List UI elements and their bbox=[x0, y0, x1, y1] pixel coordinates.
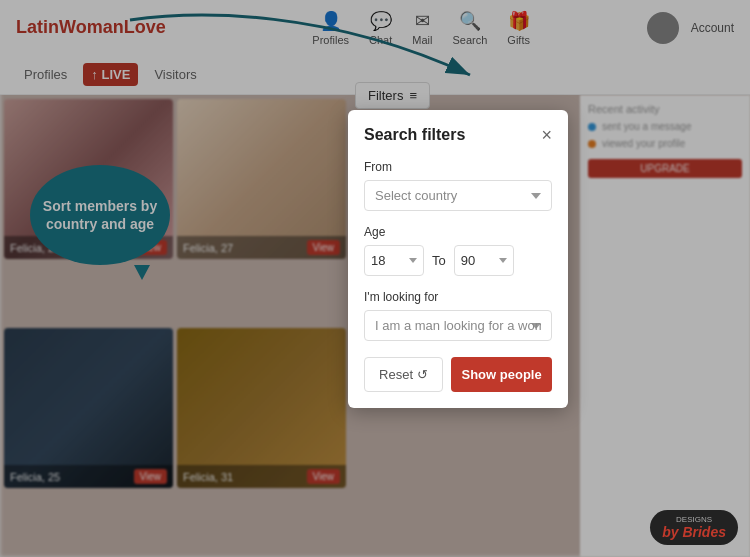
reset-button[interactable]: Reset ↺ bbox=[364, 357, 443, 392]
age-min-select[interactable]: 18 20 25 30 bbox=[364, 245, 424, 276]
country-select[interactable]: Select country United States Brazil Mexi… bbox=[364, 180, 552, 211]
reset-icon: ↺ bbox=[417, 367, 428, 382]
looking-for-label: I'm looking for bbox=[364, 290, 552, 304]
watermark: DESIGNS by Brides bbox=[650, 510, 738, 545]
modal-title: Search filters bbox=[364, 126, 465, 144]
age-label: Age bbox=[364, 225, 552, 239]
looking-for-field-group: I'm looking for I am a man looking for a… bbox=[364, 290, 552, 341]
watermark-top: DESIGNS bbox=[662, 515, 726, 524]
search-filters-modal: Search filters × From Select country Uni… bbox=[348, 110, 568, 408]
age-field-group: Age 18 20 25 30 To 90 80 70 60 bbox=[364, 225, 552, 276]
age-to-label: To bbox=[432, 253, 446, 268]
from-field-group: From Select country United States Brazil… bbox=[364, 160, 552, 211]
show-people-button[interactable]: Show people bbox=[451, 357, 552, 392]
watermark-bottom: by Brides bbox=[662, 524, 726, 540]
modal-footer: Reset ↺ Show people bbox=[364, 357, 552, 392]
watermark-prefix: by bbox=[662, 524, 682, 540]
watermark-brand: Brides bbox=[682, 524, 726, 540]
modal-header: Search filters × bbox=[364, 126, 552, 144]
age-max-select[interactable]: 90 80 70 60 bbox=[454, 245, 514, 276]
age-row: 18 20 25 30 To 90 80 70 60 bbox=[364, 245, 552, 276]
reset-label: Reset bbox=[379, 367, 413, 382]
modal-close-button[interactable]: × bbox=[541, 126, 552, 144]
from-label: From bbox=[364, 160, 552, 174]
looking-for-select[interactable]: I am a man looking for a woman I am a wo… bbox=[364, 310, 552, 341]
